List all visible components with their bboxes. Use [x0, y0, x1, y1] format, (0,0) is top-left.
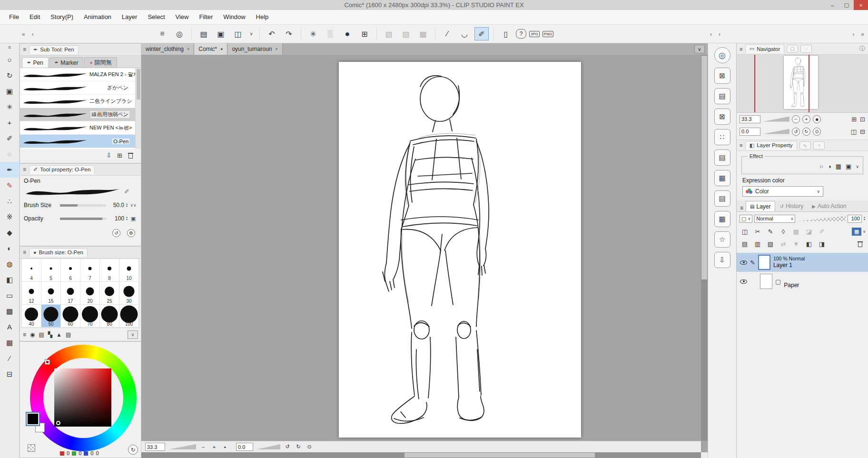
delete-subtool-icon[interactable]	[128, 152, 133, 159]
brush-size-value[interactable]: 50.0	[108, 202, 124, 209]
brush-size-cell[interactable]: 10	[119, 259, 139, 282]
brush-item-two-color[interactable]: 二色ラインブラシ	[20, 95, 141, 108]
doc-tab-oyun-turnaround[interactable]: oyun_turnaroun ×	[227, 43, 282, 55]
combine-mode-icon[interactable]: ◫	[739, 226, 750, 237]
figure-tool-icon[interactable]: ▦	[0, 335, 20, 350]
tab-pen[interactable]: ✒ Pen	[22, 57, 49, 68]
ruler-tool-icon[interactable]: ∕	[0, 350, 20, 366]
current-size-icon[interactable]: ◉	[30, 331, 35, 338]
edit-pixels-icon[interactable]: ✎	[765, 226, 776, 237]
fit-to-page-icon[interactable]: ⊡	[860, 116, 865, 123]
refresh-icon[interactable]: ✳	[306, 27, 320, 40]
layer-color-dropdown-icon[interactable]: ∨	[863, 229, 866, 234]
brush-item-lineart-pen[interactable]: 線画用強弱ペン	[20, 108, 141, 121]
nav-zoom-input[interactable]	[740, 115, 760, 123]
stroke-lock-icon[interactable]: ✐	[124, 188, 129, 195]
transfer-layer-icon[interactable]: ⇄	[778, 239, 789, 249]
material-page-icon[interactable]: ▤	[714, 149, 730, 166]
brush-item-malza-pen[interactable]: MALZA PEN 2 - 팔자펜2	[20, 68, 141, 81]
transparent-color-chip[interactable]	[28, 444, 35, 452]
close-panel-icon[interactable]: ⊠	[714, 68, 730, 84]
nav-rotate-input[interactable]	[740, 128, 760, 136]
main-color-chip[interactable]	[27, 413, 39, 425]
menu-window[interactable]: Window	[218, 10, 250, 24]
flip-horizontal-icon[interactable]: ◫	[851, 128, 857, 135]
select-tool-icon[interactable]: ▧	[382, 27, 396, 40]
brush-size-spinner[interactable]: ▴▾	[126, 203, 128, 208]
close-panel2-icon[interactable]: ⊠	[714, 109, 730, 125]
border-effect-icon[interactable]: ○	[819, 163, 823, 170]
doc-tab-winter-clothing[interactable]: winter_clothing ×	[141, 43, 194, 55]
menu-filter[interactable]: Filter	[194, 10, 218, 24]
enable-mask-icon[interactable]: ◪	[803, 226, 815, 237]
new-raster-layer-icon[interactable]: ▤	[739, 239, 750, 249]
brush-item-new-pen[interactable]: NEW PEN <뉴펜>	[20, 121, 141, 135]
brush-size-cell-selected[interactable]: 50	[41, 305, 61, 328]
invert-select-icon[interactable]: ▩	[416, 27, 430, 40]
fit-to-screen-icon[interactable]: ⊞	[851, 116, 857, 123]
text-tool-icon[interactable]: A	[0, 319, 20, 335]
tab-close-icon[interactable]: ×	[276, 47, 278, 51]
help-icon[interactable]: ?	[516, 29, 526, 39]
panel-menu-icon[interactable]: ≡	[23, 46, 26, 53]
brush-size-cell[interactable]: 70	[80, 305, 100, 328]
brush-size-dynamics-icon[interactable]: ∨∨	[129, 203, 137, 208]
sv-cursor[interactable]	[56, 421, 60, 425]
frame-border-tool-icon[interactable]: ▭	[0, 288, 20, 303]
ruler-range-icon[interactable]: ✐	[816, 226, 828, 237]
menu-help[interactable]: Help	[251, 10, 274, 24]
line-tool-icon[interactable]: ∕	[440, 27, 454, 40]
lock-transparent-icon[interactable]: ▩	[790, 226, 802, 237]
snap-ruler-icon[interactable]: ✐	[474, 27, 489, 40]
apply-mask-icon[interactable]: ◨	[816, 239, 828, 249]
menu-view[interactable]: View	[170, 10, 194, 24]
eyedropper-tool-icon[interactable]: ✐	[0, 130, 20, 146]
brush-item-o-pen[interactable]: O-Pen	[20, 135, 141, 148]
panel-menu-icon[interactable]: ≡	[740, 46, 743, 52]
brush-size-cell[interactable]: 25	[100, 282, 119, 305]
brush-shape-tab-icon[interactable]: ∿	[799, 141, 811, 149]
brush-size-cell[interactable]: 7	[80, 259, 100, 282]
search-material-icon[interactable]: ◎	[714, 47, 730, 63]
selection-tool-icon[interactable]: ◌	[0, 146, 20, 162]
reset-tool-icon[interactable]: ↺	[112, 229, 120, 237]
sub-tool-header-tab[interactable]: ✒ Sub Tool: Pen	[29, 45, 79, 54]
opacity-value[interactable]: 100	[108, 215, 124, 222]
tool-property-header-tab[interactable]: ✐ Tool property: O-Pen	[29, 165, 95, 174]
operation-tool-icon[interactable]: ▣	[0, 83, 20, 99]
brush-size-dropdown[interactable]: ∨	[128, 330, 138, 339]
undo-icon[interactable]: ↶	[265, 27, 279, 40]
material-texture-icon[interactable]: ∷	[714, 129, 730, 145]
crop-tool-icon[interactable]: ⊞	[357, 27, 372, 40]
toolbar-collapse-right[interactable]: › »	[852, 25, 864, 43]
tool-settings-icon[interactable]: ⚙	[127, 229, 135, 237]
brush-size-cell[interactable]: 8	[100, 259, 119, 282]
chevron-icon[interactable]: ‹	[710, 31, 712, 38]
material-paper-icon[interactable]: ▤	[714, 88, 730, 104]
reset-rotate-icon[interactable]: ⊙	[813, 128, 821, 136]
brush-size-cell[interactable]: 15	[41, 282, 61, 305]
create-mask-icon[interactable]: ◧	[803, 239, 815, 249]
flip-vertical-icon[interactable]: ⊟	[860, 128, 865, 135]
layer-thumbnail[interactable]	[758, 255, 770, 270]
tab-list-dropdown[interactable]: ∨	[694, 45, 705, 53]
nav-zoom-in-icon[interactable]: +	[802, 115, 810, 123]
scrollbar-thumb[interactable]	[137, 69, 140, 100]
menu-layer[interactable]: Layer	[117, 10, 143, 24]
tool-palette-menu-icon[interactable]: ≡	[8, 44, 11, 52]
layer-visibility-icon[interactable]	[740, 279, 747, 284]
item-bank-tab-icon[interactable]: ◌	[800, 45, 812, 53]
chevron-left-icon[interactable]: ‹	[32, 31, 34, 38]
dropdown-chevron-icon[interactable]: ∨	[817, 189, 820, 194]
tab-history[interactable]: ↺ History	[776, 201, 808, 211]
footer-menu-icon[interactable]: ≡	[23, 331, 26, 338]
menu-select[interactable]: Select	[142, 10, 170, 24]
favorites-icon[interactable]: ☆	[714, 231, 730, 248]
cloud-tab-icon[interactable]: ◔	[813, 141, 825, 149]
fill-tool-icon[interactable]: ●	[340, 27, 355, 40]
brush-item-zaka-pen[interactable]: ざかペン	[20, 81, 141, 95]
blend-mode-dropdown[interactable]: Normal ∨	[754, 215, 795, 223]
rotate-left-icon[interactable]: ↺	[792, 128, 800, 136]
layer-color-effect-icon[interactable]: ▣	[846, 163, 851, 170]
save-dropdown-icon[interactable]: ∨	[248, 27, 255, 40]
